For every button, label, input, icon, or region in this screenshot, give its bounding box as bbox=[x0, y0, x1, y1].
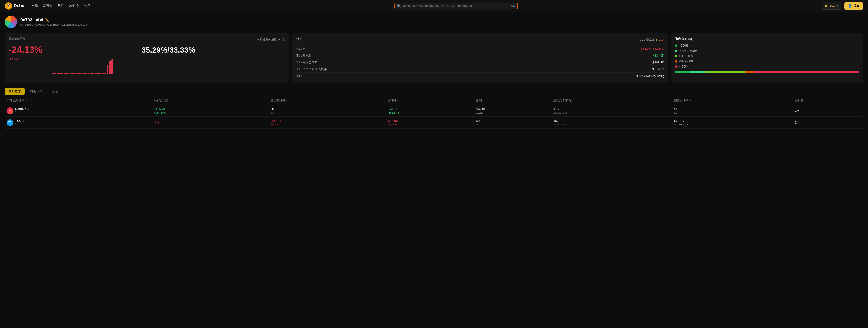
search-box[interactable]: 🔍 ⌘K bbox=[394, 3, 518, 9]
token-cell-0: Pe Petunia ⎋ 2h bbox=[5, 105, 152, 117]
profit-header: 利润 30D 交易数 37 / 17 bbox=[296, 37, 664, 43]
bar bbox=[78, 73, 80, 74]
logo[interactable]: 🐕 Debot bbox=[5, 2, 26, 10]
bar bbox=[76, 73, 78, 74]
bar bbox=[95, 73, 97, 74]
token-logo-tcc: TC bbox=[7, 119, 13, 126]
edit-icon[interactable]: ✏️ bbox=[45, 18, 49, 22]
dist-bar bbox=[675, 71, 859, 73]
nav-trade[interactable]: 交易 bbox=[84, 4, 90, 8]
col-sell: 已卖出 $/平均 bbox=[672, 97, 793, 105]
col-unrealized[interactable]: 未实现利润 ↕ bbox=[152, 97, 269, 105]
chain-label: BSC bbox=[829, 4, 835, 8]
col-token[interactable]: 币种/最后活跃 ↕ bbox=[5, 97, 152, 105]
profit-title: 利润 bbox=[296, 37, 302, 41]
col-total[interactable]: 总利润 ↕ bbox=[385, 97, 474, 105]
table-row[interactable]: TC TCC ⎋ 2h 清仓 -$4 bbox=[5, 117, 863, 129]
bar bbox=[109, 61, 111, 74]
header: 🐕 Debot 自选 新开盘 热门 AI监控 交易 🔍 ⌘K ◆ BSC ▼ 👤… bbox=[0, 0, 868, 12]
dist-bar-seg-0 bbox=[675, 71, 690, 73]
bar bbox=[66, 73, 68, 74]
data-table: 币种/最后活跃 ↕ 未实现利润 ↕ 已实现利润 ↕ 总利润 ↕ 余额 bbox=[5, 97, 863, 129]
dist-item-1: 200% ~ 500% bbox=[675, 49, 859, 53]
dot-green2 bbox=[675, 50, 678, 52]
col-realized[interactable]: 已实现利润 ↕ bbox=[269, 97, 385, 105]
search-area: 🔍 ⌘K bbox=[96, 3, 816, 9]
header-right: ◆ BSC ▼ 👤 观察 bbox=[822, 2, 863, 9]
col-trades: 交易数 bbox=[793, 97, 863, 105]
search-input[interactable] bbox=[403, 4, 509, 8]
dist-item-2: 0% ~ 200% bbox=[675, 54, 859, 58]
nav-hot[interactable]: 热门 bbox=[58, 4, 64, 8]
chain-chevron-icon: ▼ bbox=[836, 4, 839, 7]
bar bbox=[71, 73, 73, 74]
card-loss-title: 最近30D盈亏 bbox=[9, 37, 25, 41]
card-dist: 盈利分布 (9) >500% 200% ~ 500% 0% ~ 200% 0% … bbox=[671, 33, 863, 83]
nav: 自选 新开盘 热门 AI监控 交易 bbox=[32, 4, 90, 8]
user-profile: 0x793...abd ✏️ 0x79395047a7eecbf59363bc5… bbox=[0, 12, 868, 30]
bar bbox=[64, 73, 66, 74]
sort-icon: ↕ bbox=[169, 99, 170, 102]
tab-activity[interactable]: 活动 bbox=[49, 88, 62, 95]
copy-icon[interactable]: ⎘ bbox=[86, 23, 88, 26]
token-logo-petunia: Pe bbox=[7, 107, 13, 114]
bar bbox=[88, 73, 89, 74]
avatar bbox=[5, 16, 17, 28]
profit-row-1: 未实现利润 +$34.6K bbox=[296, 52, 664, 59]
sort-icon: ↕ bbox=[286, 99, 287, 102]
watch-label: 观察 bbox=[853, 4, 860, 8]
logo-icon: 🐕 bbox=[5, 2, 12, 10]
realized-0: $0 0% bbox=[269, 105, 385, 117]
dist-item-4: <-50% bbox=[675, 65, 859, 68]
sell-0: $0 $0 bbox=[672, 105, 793, 117]
watch-button[interactable]: 👤 观察 bbox=[844, 2, 863, 9]
winrate-right: 35.29%/33.33% bbox=[52, 43, 285, 74]
bar bbox=[97, 73, 99, 74]
buy-1: $67K $0.0091487 bbox=[552, 117, 672, 129]
loss-sub: -$74.5K bbox=[9, 57, 42, 60]
bar-chart bbox=[52, 57, 285, 74]
table-body: Pe Petunia ⎋ 2h +$26.7K +166.87% bbox=[5, 105, 863, 129]
bar bbox=[111, 59, 113, 74]
balance-1: $0 0 bbox=[474, 117, 552, 129]
table-container: 币种/最后活跃 ↕ 未实现利润 ↕ 已实现利润 ↕ 总利润 ↕ 余额 bbox=[0, 97, 868, 129]
dist-bar-seg-3 bbox=[745, 71, 754, 73]
profit-row-4: 余额 $437.21(0.625 BNB) bbox=[296, 73, 664, 79]
bar bbox=[104, 73, 106, 74]
user-info: 0x793...abd ✏️ 0x79395047a7eecbf59363bc5… bbox=[21, 18, 88, 26]
bar bbox=[52, 73, 54, 74]
card-profit: 利润 30D 交易数 37 / 17 总盈亏 -$74.5K(-24.13%) … bbox=[292, 33, 668, 83]
table-row[interactable]: Pe Petunia ⎋ 2h +$26.7K +166.87% bbox=[5, 105, 863, 117]
tab-holdings[interactable]: 持有代币 bbox=[27, 88, 46, 95]
sell-1: $22.1K $0.0030232 bbox=[672, 117, 793, 129]
chain-selector[interactable]: ◆ BSC ▼ bbox=[822, 2, 841, 9]
balance-0: $42.8K 20.1M bbox=[474, 105, 552, 117]
profit-row-2: 30D 买入总成本 $308.8K bbox=[296, 59, 664, 66]
bar bbox=[73, 73, 75, 74]
dist-bar-seg-2 bbox=[705, 71, 745, 73]
bar bbox=[59, 73, 61, 74]
dist-item-0: >500% bbox=[675, 44, 859, 47]
dist-item-3: 0% ~ -50% bbox=[675, 60, 859, 63]
user-address-short: 0x793...abd ✏️ bbox=[21, 18, 88, 23]
token-link-icon[interactable]: ⎋ bbox=[23, 119, 24, 122]
nav-watchlist[interactable]: 自选 bbox=[32, 4, 38, 8]
watch-user-icon: 👤 bbox=[848, 4, 852, 8]
nav-new-listing[interactable]: 新开盘 bbox=[43, 4, 53, 8]
dist-title: 盈利分布 (9) bbox=[675, 37, 859, 41]
bar bbox=[81, 73, 82, 74]
token-link-icon[interactable]: ⎋ bbox=[27, 108, 29, 110]
profit-row-3: 30D 代币平均买入成本 $8,347.2 bbox=[296, 66, 664, 73]
bar bbox=[85, 73, 87, 74]
card-loss: 最近30D盈亏 交易胜率/代币胜率 ⓘ -24.13% -$74.5K 35.2… bbox=[5, 33, 289, 83]
tab-recent-pnl[interactable]: 最近盈亏 bbox=[5, 88, 25, 95]
realized-1: -$44.9K -66.95% bbox=[269, 117, 385, 129]
loss-left: -24.13% -$74.5K bbox=[9, 43, 42, 60]
total-0: +$26.7K +166.87% bbox=[385, 105, 474, 117]
info-icon[interactable]: ⓘ bbox=[282, 38, 285, 42]
dist-bar-seg-4 bbox=[754, 71, 859, 73]
nav-ai-monitor[interactable]: AI监控 bbox=[69, 4, 79, 8]
bar bbox=[99, 73, 101, 74]
table-header: 币种/最后活跃 ↕ 未实现利润 ↕ 已实现利润 ↕ 总利润 ↕ 余额 bbox=[5, 97, 863, 105]
total-1: -$44.9K -66.95% bbox=[385, 117, 474, 129]
